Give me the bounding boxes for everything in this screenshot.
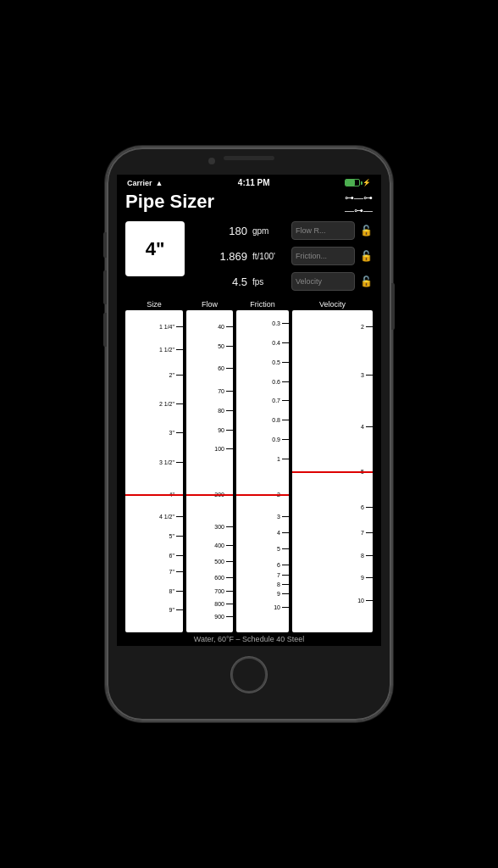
flow-value: 180	[192, 225, 247, 237]
speaker	[224, 156, 274, 160]
camera	[208, 158, 215, 164]
nomograph: 1 1/4"1 1/2"2"2 1/2"3"3 1/2"4"4 1/2"5"6"…	[117, 310, 381, 632]
power-button[interactable]	[391, 283, 395, 330]
column-labels: Size Flow Friction Velocity	[117, 298, 381, 310]
friction-value: 1.869	[192, 250, 247, 263]
velocity-unit: fps	[252, 277, 286, 287]
volume-down-button[interactable]	[103, 313, 107, 347]
friction-unit: ft/100'	[252, 252, 286, 261]
velocity-lock[interactable]: 🔓	[360, 275, 373, 287]
friction-column[interactable]: 0.30.40.50.60.70.80.912345678910	[236, 310, 289, 632]
phone-bottom	[107, 646, 391, 704]
status-bar: Carrier ▲ 4:11 PM ⚡	[117, 175, 381, 189]
footer-bar: Water, 60°F – Schedule 40 Steel	[117, 632, 381, 646]
flow-column[interactable]: 405060708090100200300400500600700800900	[186, 310, 233, 632]
phone-screen: Carrier ▲ 4:11 PM ⚡ Pipe Sizer ⊶—⊶ —⊶—	[117, 175, 381, 646]
status-left: Carrier ▲	[127, 179, 163, 187]
velocity-column[interactable]: 2345678910	[292, 310, 373, 632]
inputs-and-size: 4" 180 gpm Flow R... 🔓 1.869 ft/100'	[117, 221, 381, 298]
velocity-input-row: 4.5 fps Velocity 🔓	[191, 272, 373, 291]
carrier-label: Carrier	[127, 179, 152, 187]
pipe-size-result: 4"	[146, 238, 165, 260]
wifi-icon: ▲	[156, 179, 163, 187]
battery-icon	[345, 179, 360, 186]
friction-lock[interactable]: 🔓	[360, 250, 373, 262]
flow-placeholder: Flow R...	[296, 226, 326, 235]
velocity-field[interactable]: Velocity	[291, 272, 355, 291]
flow-col-label: Flow	[186, 300, 233, 309]
flow-lock[interactable]: 🔓	[360, 225, 373, 236]
status-right: ⚡	[345, 179, 371, 186]
app-header: Pipe Sizer ⊶—⊶ —⊶—	[117, 189, 381, 221]
volume-up-button[interactable]	[103, 270, 107, 304]
size-col-label: Size	[125, 300, 183, 309]
size-column[interactable]: 1 1/4"1 1/2"2"2 1/2"3"3 1/2"4"4 1/2"5"6"…	[125, 310, 183, 632]
flow-unit: gpm	[252, 226, 286, 236]
phone-top-bar	[107, 147, 391, 175]
phone-frame: Carrier ▲ 4:11 PM ⚡ Pipe Sizer ⊶—⊶ —⊶—	[105, 146, 393, 722]
home-button[interactable]	[231, 657, 267, 693]
sliders-icon-2[interactable]: —⊶—	[345, 205, 373, 216]
friction-field[interactable]: Friction...	[291, 247, 355, 265]
charging-icon: ⚡	[362, 179, 371, 186]
time-display: 4:11 PM	[238, 178, 270, 187]
sliders-icon-1[interactable]: ⊶—⊶	[345, 192, 373, 203]
friction-col-label: Friction	[236, 300, 289, 309]
app-title: Pipe Sizer	[125, 191, 214, 213]
input-rows: 180 gpm Flow R... 🔓 1.869 ft/100' Fricti…	[191, 221, 373, 294]
footer-text: Water, 60°F – Schedule 40 Steel	[194, 635, 304, 643]
size-display: 4"	[125, 221, 185, 276]
velocity-placeholder: Velocity	[296, 277, 322, 286]
flow-input-row: 180 gpm Flow R... 🔓	[191, 221, 373, 240]
battery-fill	[346, 180, 355, 186]
velocity-value: 4.5	[192, 275, 247, 288]
header-icons: ⊶—⊶ —⊶—	[345, 191, 373, 216]
flow-field[interactable]: Flow R...	[291, 221, 355, 240]
friction-input-row: 1.869 ft/100' Friction... 🔓	[191, 247, 373, 265]
velocity-col-label: Velocity	[292, 300, 373, 309]
friction-placeholder: Friction...	[296, 252, 327, 260]
